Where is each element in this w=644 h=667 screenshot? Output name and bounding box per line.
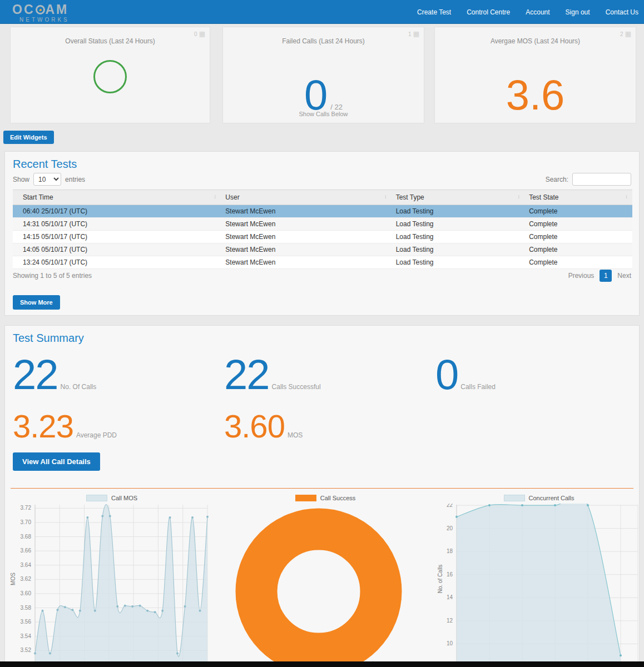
edit-widgets-button[interactable]: Edit Widgets: [3, 131, 54, 144]
cell-user: Stewart McEwen: [221, 205, 391, 218]
logo-wordmark: OC AM: [12, 2, 70, 17]
sort-icon: ↕: [214, 193, 216, 200]
table-row[interactable]: 13:24 05/10/17 (UTC) Stewart McEwen Load…: [13, 256, 632, 269]
chart-call-mos: Call MOS MOS 3.723.703.683.663.643.623.6…: [6, 492, 217, 667]
y-axis-label: No. of Calls: [437, 546, 443, 613]
cell-test-type: Load Testing: [392, 243, 525, 256]
nav-item-contact-us[interactable]: Contact Us: [606, 8, 638, 16]
chart-call-success: Call Success: [223, 492, 428, 667]
stat-label: No. Of Calls: [61, 383, 97, 391]
svg-text:3.56: 3.56: [21, 619, 32, 625]
sort-icon: ↕: [384, 193, 387, 200]
show-more-button[interactable]: Show More: [13, 295, 60, 310]
table-row[interactable]: 14:05 05/10/17 (UTC) Stewart McEwen Load…: [13, 243, 632, 256]
recent-tests-table: Start Time↕ User↕ Test Type↕ Test State↕…: [13, 190, 632, 269]
svg-text:3.58: 3.58: [21, 605, 32, 611]
pagination-previous[interactable]: Previous: [568, 272, 595, 280]
widget-title: Avergae MOS (Last 24 Hours): [435, 37, 636, 45]
show-label: Show: [13, 176, 29, 183]
column-header-test-type[interactable]: Test Type↕: [392, 190, 525, 205]
svg-text:3.62: 3.62: [21, 576, 32, 582]
svg-text:16: 16: [447, 571, 453, 578]
stat-label: Average PDD: [76, 431, 117, 439]
cell-start-time: 14:31 05/10/17 (UTC): [13, 218, 221, 231]
call-mos-area-chart: 3.723.703.683.663.643.623.603.583.563.54…: [6, 504, 217, 667]
widget-overall-status: 0 ▦ Overall Status (Last 24 Hours): [10, 27, 210, 123]
occam-logo-eye-icon: [36, 5, 45, 14]
legend-swatch-icon: [504, 495, 525, 501]
svg-text:3.72: 3.72: [21, 505, 32, 511]
cell-test-state: Complete: [524, 205, 632, 218]
svg-text:3.68: 3.68: [21, 534, 32, 540]
pagination-next[interactable]: Next: [617, 272, 631, 280]
bottom-black-bar: [0, 661, 644, 667]
svg-text:3.70: 3.70: [21, 519, 32, 525]
cell-start-time: 13:24 05/10/17 (UTC): [13, 256, 221, 269]
table-row[interactable]: 14:15 05/10/17 (UTC) Stewart McEwen Load…: [13, 231, 632, 243]
nav-item-control-centre[interactable]: Control Centre: [467, 8, 510, 16]
svg-text:3.66: 3.66: [21, 547, 32, 554]
cell-start-time: 14:05 05/10/17 (UTC): [13, 243, 221, 256]
cell-user: Stewart McEwen: [221, 218, 391, 231]
widget-average-mos: 2 ▦ Avergae MOS (Last 24 Hours) 3.6: [434, 27, 636, 123]
stat-label: Calls Successful: [272, 383, 321, 391]
test-summary-panel: Test Summary 22 No. Of Calls 22 Calls Su…: [4, 325, 640, 667]
page-size-control: Show 10 entries: [13, 173, 85, 186]
cell-test-state: Complete: [524, 231, 632, 243]
column-header-user[interactable]: User↕: [221, 190, 391, 205]
logo-text-left: OC: [12, 2, 35, 17]
cell-test-type: Load Testing: [392, 231, 525, 243]
stat-value: 3.60: [224, 410, 285, 442]
recent-tests-panel: Recent Tests Show 10 entries Search: Sta…: [4, 151, 640, 316]
cell-test-state: Complete: [524, 256, 632, 269]
concurrent-calls-area-chart: 22201816141210: [433, 504, 644, 667]
grid-icon: ▦: [199, 30, 205, 38]
widget-failed-calls: 1 ▦ Failed Calls (Last 24 Hours) 0 / 22 …: [222, 27, 424, 123]
search-input[interactable]: [572, 173, 631, 186]
svg-text:20: 20: [447, 525, 453, 531]
stat-mos: 3.60 MOS: [224, 410, 303, 442]
widget-drag-handle[interactable]: 0 ▦: [194, 30, 205, 38]
occam-logo: OC AM NETWORKS: [12, 2, 70, 23]
legend-call-mos[interactable]: Call MOS: [6, 492, 217, 504]
stat-value: 3.23: [13, 410, 73, 442]
entries-summary-text: Showing 1 to 5 of 5 entries: [13, 272, 92, 280]
chart-concurrent-calls: Concurrent Calls No. of Calls 2220181614…: [433, 492, 644, 667]
nav-item-sign-out[interactable]: Sign out: [566, 8, 590, 16]
widget-drag-handle[interactable]: 2 ▦: [620, 30, 631, 38]
stat-calls-failed: 0 Calls Failed: [435, 354, 496, 396]
cell-user: Stewart McEwen: [221, 256, 391, 269]
legend-label: Call Success: [320, 495, 356, 501]
cell-test-state: Complete: [524, 243, 632, 256]
call-success-donut-chart: [223, 504, 428, 667]
column-header-start-time[interactable]: Start Time↕: [13, 190, 221, 205]
nav-menu: Create Test Control Centre Account Sign …: [417, 0, 638, 24]
search-control: Search:: [546, 173, 631, 186]
widget-drag-handle[interactable]: 1 ▦: [408, 30, 419, 38]
table-header-row: Start Time↕ User↕ Test Type↕ Test State↕: [13, 190, 632, 205]
stat-no-of-calls: 22 No. Of Calls: [13, 354, 96, 396]
svg-text:3.52: 3.52: [21, 647, 32, 653]
pagination-page-1[interactable]: 1: [600, 270, 612, 282]
column-header-test-state[interactable]: Test State↕: [524, 190, 632, 205]
legend-call-success[interactable]: Call Success: [223, 492, 428, 504]
pagination: Previous 1 Next: [568, 270, 631, 282]
table-row[interactable]: 06:40 25/10/17 (UTC) Stewart McEwen Load…: [13, 205, 632, 218]
cell-test-state: Complete: [524, 218, 632, 231]
legend-concurrent-calls[interactable]: Concurrent Calls: [433, 492, 644, 504]
view-all-call-details-button[interactable]: View All Call Details: [13, 452, 100, 471]
grid-icon: ▦: [625, 30, 631, 38]
dashboard-page: OC AM NETWORKS Create Test Control Centr…: [0, 0, 644, 667]
stat-calls-successful: 22 Calls Successful: [224, 354, 321, 396]
search-label: Search:: [546, 176, 568, 183]
nav-item-create-test[interactable]: Create Test: [417, 8, 451, 16]
sort-icon: ↕: [625, 193, 628, 200]
nav-item-account[interactable]: Account: [526, 8, 549, 16]
top-nav: OC AM NETWORKS Create Test Control Centr…: [0, 0, 644, 24]
table-row[interactable]: 14:31 05/10/17 (UTC) Stewart McEwen Load…: [13, 218, 632, 231]
show-calls-below-link[interactable]: Show Calls Below: [223, 111, 424, 117]
logo-text-right: AM: [46, 2, 69, 17]
page-size-select[interactable]: 10: [33, 173, 61, 186]
cell-test-type: Load Testing: [392, 205, 525, 218]
svg-text:3.60: 3.60: [21, 590, 32, 596]
